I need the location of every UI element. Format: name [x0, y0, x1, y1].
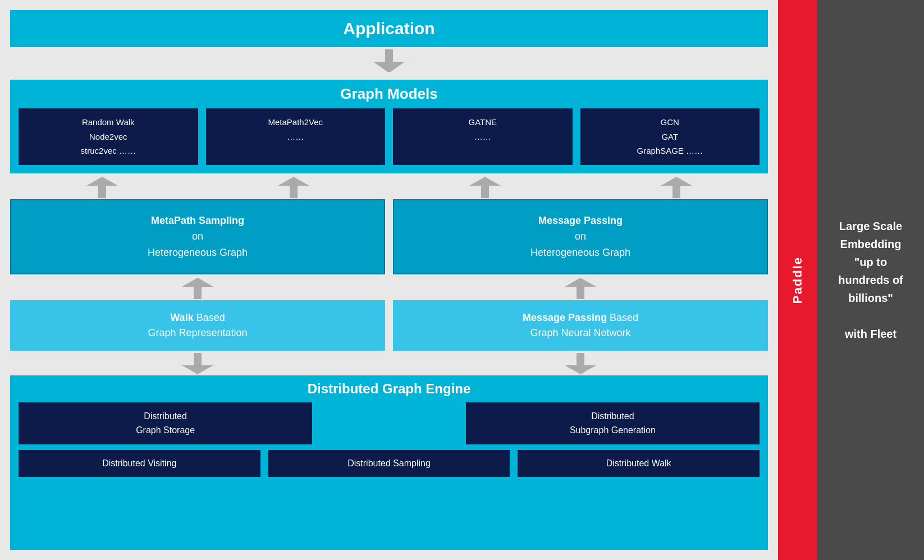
- app-layer: Application: [10, 10, 768, 47]
- dist-walk-text: Distributed Walk: [606, 458, 671, 468]
- dist-spacer: [320, 402, 458, 444]
- mp-hetero-box: Message Passing onHeterogeneous Graph: [393, 199, 768, 274]
- dist-row-1: DistributedGraph Storage DistributedSubg…: [19, 402, 760, 444]
- model-card-2: MetaPath2Vec……: [206, 108, 386, 165]
- dist-walk-card: Distributed Walk: [518, 450, 760, 477]
- arrow-col-3: [393, 177, 577, 198]
- model-card-2-text: MetaPath2Vec……: [268, 117, 323, 141]
- arrow-walk-up: [10, 278, 385, 299]
- dist-visiting-card: Distributed Visiting: [19, 450, 260, 477]
- arrow-mp-up: [393, 278, 768, 299]
- dist-engine-title: Distributed Graph Engine: [19, 381, 760, 397]
- arrow-up-2: [278, 177, 309, 198]
- dist-row-2: Distributed Visiting Distributed Samplin…: [19, 450, 760, 477]
- walk-base-box: Walk BasedGraph Representation: [10, 300, 385, 351]
- app-layer-container: Application: [10, 10, 768, 74]
- svg-rect-6: [481, 186, 489, 198]
- svg-marker-7: [469, 177, 501, 186]
- svg-marker-11: [182, 278, 213, 287]
- svg-rect-8: [673, 186, 680, 198]
- arrow-col-mid-1: [10, 353, 385, 374]
- arrow-mid-2: [565, 353, 596, 374]
- svg-rect-14: [194, 353, 202, 365]
- mp-bold: Message Passing: [538, 215, 623, 226]
- svg-marker-15: [182, 365, 213, 374]
- dist-storage-card: DistributedGraph Storage: [19, 402, 312, 444]
- svg-rect-0: [385, 49, 393, 62]
- gray-sidebar: Large ScaleEmbedding"up tohundreds ofbil…: [817, 0, 924, 560]
- sidebar-description: Large ScaleEmbedding"up tohundreds ofbil…: [838, 217, 903, 343]
- dist-subgraph-text: DistributedSubgraph Generation: [570, 411, 656, 435]
- mp-base-box: Message Passing BasedGraph Neural Networ…: [393, 300, 768, 351]
- svg-marker-17: [565, 365, 596, 374]
- sidebar-line7: with Fleet: [845, 328, 896, 340]
- main-content: Application Graph Models Random WalkNode…: [0, 0, 778, 560]
- model-card-3: GATNE……: [393, 108, 573, 165]
- walk-base-bold: Walk: [170, 312, 193, 323]
- arrow-col-1: [10, 177, 194, 198]
- arrow-up-4: [661, 177, 692, 198]
- sidebar-line1: Large ScaleEmbedding"up tohundreds ofbil…: [838, 220, 903, 304]
- arrow-mid-1: [182, 353, 213, 374]
- app-title: Application: [343, 19, 434, 38]
- arrow-col-2: [202, 177, 385, 198]
- walk-base-rest: BasedGraph Representation: [148, 312, 247, 338]
- mp-rest: onHeterogeneous Graph: [530, 231, 630, 258]
- graph-models-title: Graph Models: [19, 85, 760, 103]
- metapath-bold: MetaPath Sampling: [151, 215, 244, 226]
- svg-marker-13: [565, 278, 596, 287]
- arrows-row-2: [10, 353, 768, 374]
- model-card-4: GCNGATGraphSAGE ……: [580, 108, 760, 165]
- dist-engine-layer: Distributed Graph Engine DistributedGrap…: [10, 375, 768, 550]
- model-cards-row: Random WalkNode2vecstruc2vec …… MetaPath…: [19, 108, 760, 165]
- arrow-up-1: [86, 177, 118, 198]
- arrow-walk-up-svg: [182, 278, 213, 299]
- svg-rect-16: [577, 353, 584, 365]
- model-card-1: Random WalkNode2vecstruc2vec ……: [19, 108, 198, 165]
- arrow-col-mid-2: [393, 353, 768, 374]
- arrows-row-1: [10, 177, 768, 198]
- dist-sampling-card: Distributed Sampling: [268, 450, 510, 477]
- dist-storage-text: DistributedGraph Storage: [136, 411, 195, 435]
- svg-marker-1: [373, 62, 405, 72]
- svg-rect-2: [98, 186, 106, 198]
- svg-rect-4: [290, 186, 298, 198]
- dist-subgraph-card: DistributedSubgraph Generation: [466, 402, 760, 444]
- arrow-up-3: [469, 177, 501, 198]
- model-card-3-text: GATNE……: [468, 117, 497, 141]
- red-bar: Paddle: [778, 0, 817, 560]
- svg-marker-3: [86, 177, 118, 186]
- middle-section: MetaPath Sampling onHeterogeneous Graph …: [10, 199, 768, 351]
- arrow-col-4: [584, 177, 768, 198]
- svg-marker-5: [278, 177, 309, 186]
- svg-marker-9: [661, 177, 692, 186]
- arrow-mp-up-svg: [565, 278, 596, 299]
- svg-rect-12: [577, 287, 584, 299]
- metapath-rest: onHeterogeneous Graph: [148, 231, 248, 258]
- paddle-label: Paddle: [790, 256, 805, 304]
- dist-visiting-text: Distributed Visiting: [102, 458, 176, 468]
- svg-rect-10: [194, 287, 202, 299]
- arrow-down-svg: [373, 49, 405, 72]
- model-card-4-text: GCNGATGraphSAGE ……: [637, 117, 703, 155]
- right-sidebar: Paddle Large ScaleEmbedding"up tohundred…: [778, 0, 924, 560]
- arrow-app-to-models: [10, 49, 768, 72]
- model-card-1-text: Random WalkNode2vecstruc2vec ……: [81, 117, 136, 155]
- walk-column: MetaPath Sampling onHeterogeneous Graph …: [10, 199, 385, 351]
- mp-base-bold: Message Passing: [523, 312, 607, 323]
- mp-column: Message Passing onHeterogeneous Graph Me…: [393, 199, 768, 351]
- graph-models-layer: Graph Models Random WalkNode2vecstruc2ve…: [10, 80, 768, 173]
- dist-sampling-text: Distributed Sampling: [347, 458, 431, 468]
- metapath-box: MetaPath Sampling onHeterogeneous Graph: [10, 199, 385, 274]
